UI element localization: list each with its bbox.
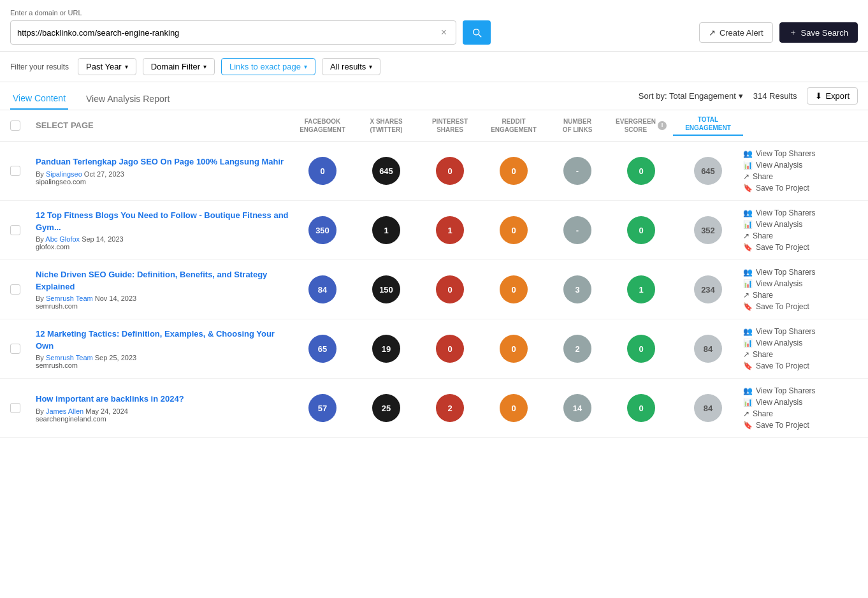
export-button[interactable]: ⬇ Export — [807, 87, 858, 105]
filter-label: Filter your results — [10, 62, 69, 71]
share-link[interactable]: ↗ Share — [743, 231, 858, 240]
metric-circle: 0 — [627, 394, 655, 422]
filter-past-year[interactable]: Past Year ▾ — [78, 58, 136, 75]
top-label: Enter a domain or URL — [10, 9, 858, 17]
tab-view-analysis-report[interactable]: View Analysis Report — [83, 89, 172, 109]
view-analysis-link[interactable]: 📊 View Analysis — [743, 339, 858, 347]
author-link[interactable]: Sipalingseo — [46, 170, 82, 178]
save-to-project-link[interactable]: 🔖 Save To Project — [743, 361, 858, 370]
filter-domain[interactable]: Domain Filter ▾ — [143, 58, 215, 75]
metric-circle: 19 — [372, 335, 400, 363]
facebook-col: 65 — [291, 335, 354, 363]
table-row: Niche Driven SEO Guide: Definition, Bene… — [0, 260, 868, 319]
share-label: Share — [753, 350, 773, 359]
select-all-checkbox[interactable] — [10, 120, 20, 131]
trending-icon: ↗ — [709, 28, 716, 38]
select-page-label: Select Page — [36, 120, 94, 131]
reddit-col: 0 — [482, 157, 546, 185]
row-actions: 👥 View Top Sharers 📊 View Analysis ↗ Sha… — [743, 149, 858, 193]
view-top-sharers-link[interactable]: 👥 View Top Sharers — [743, 268, 858, 277]
save-to-project-link[interactable]: 🔖 Save To Project — [743, 184, 858, 193]
facebook-col: 0 — [291, 157, 354, 185]
clear-button[interactable]: × — [438, 26, 449, 40]
bookmark-icon: 🔖 — [743, 361, 753, 370]
row-checkbox[interactable] — [10, 225, 20, 235]
view-top-sharers-link[interactable]: 👥 View Top Sharers — [743, 149, 858, 158]
metric-circle: 645 — [694, 157, 722, 185]
view-top-sharers-link[interactable]: 👥 View Top Sharers — [743, 386, 858, 395]
view-analysis-label: View Analysis — [756, 220, 802, 229]
article-title[interactable]: 12 Marketing Tactics: Definition, Exampl… — [36, 328, 291, 351]
view-analysis-link[interactable]: 📊 View Analysis — [743, 279, 858, 288]
pinterest-col: 1 — [418, 216, 482, 244]
view-top-sharers-label: View Top Sharers — [756, 327, 816, 336]
bookmark-icon: 🔖 — [743, 421, 753, 430]
plus-icon: ＋ — [789, 27, 797, 38]
filter-all-results[interactable]: All results ▾ — [322, 58, 380, 75]
metric-circle: 234 — [694, 275, 722, 303]
pinterest-col: 0 — [418, 275, 482, 303]
search-button[interactable] — [463, 20, 491, 45]
view-top-sharers-link[interactable]: 👥 View Top Sharers — [743, 208, 858, 217]
share-link[interactable]: ↗ Share — [743, 350, 858, 359]
share-icon: ↗ — [743, 291, 749, 300]
article-title[interactable]: How important are backlinks in 2024? — [36, 393, 291, 405]
search-input[interactable] — [17, 28, 438, 38]
metric-circle: 0 — [436, 335, 464, 363]
view-analysis-label: View Analysis — [756, 339, 802, 347]
evergreen-info-icon[interactable]: i — [658, 121, 667, 130]
view-top-sharers-link[interactable]: 👥 View Top Sharers — [743, 327, 858, 336]
chart-icon: 📊 — [743, 279, 753, 288]
filter-links-exact[interactable]: Links to exact page ▾ — [221, 58, 315, 75]
metric-circle: 0 — [500, 157, 528, 185]
row-checkbox-wrap — [10, 344, 36, 354]
total-col: 84 — [673, 394, 743, 422]
view-analysis-link[interactable]: 📊 View Analysis — [743, 161, 858, 170]
share-label: Share — [753, 172, 773, 181]
row-checkbox[interactable] — [10, 284, 20, 295]
create-alert-button[interactable]: ↗ Create Alert — [699, 22, 773, 43]
author-link[interactable]: Semrush Team — [46, 354, 93, 361]
share-link[interactable]: ↗ Share — [743, 409, 858, 418]
sort-label: Sort by: Total Engagement — [639, 91, 736, 101]
share-link[interactable]: ↗ Share — [743, 172, 858, 181]
links-col: 2 — [546, 335, 609, 363]
metric-circle: 1 — [436, 216, 464, 244]
save-to-project-link[interactable]: 🔖 Save To Project — [743, 421, 858, 430]
facebook-col: 84 — [291, 275, 354, 303]
row-checkbox[interactable] — [10, 403, 20, 413]
share-link[interactable]: ↗ Share — [743, 291, 858, 300]
col-header-twitter: X SHARES (TWITTER) — [354, 117, 418, 134]
row-actions: 👥 View Top Sharers 📊 View Analysis ↗ Sha… — [743, 386, 858, 430]
select-page-wrap: Select Page — [36, 120, 291, 131]
links-col: 3 — [546, 275, 609, 303]
row-checkbox-wrap — [10, 166, 36, 176]
view-analysis-label: View Analysis — [756, 398, 802, 407]
metric-circle: 0 — [627, 157, 655, 185]
article-domain: searchengineland.com — [36, 415, 291, 423]
sort-button[interactable]: Sort by: Total Engagement ▾ — [639, 91, 743, 101]
tab-view-content[interactable]: View Content — [10, 88, 68, 110]
metric-circle: 25 — [372, 394, 400, 422]
view-analysis-link[interactable]: 📊 View Analysis — [743, 398, 858, 407]
view-analysis-link[interactable]: 📊 View Analysis — [743, 220, 858, 229]
article-title[interactable]: Niche Driven SEO Guide: Definition, Bene… — [36, 269, 291, 292]
col-header-total: TOTAL ENGAGEMENT — [673, 115, 743, 136]
save-to-project-link[interactable]: 🔖 Save To Project — [743, 302, 858, 311]
article-title[interactable]: Panduan Terlengkap Jago SEO On Page 100%… — [36, 156, 291, 168]
author-link[interactable]: Abc Glofox — [45, 235, 80, 243]
metric-circle: 0 — [436, 275, 464, 303]
author-link[interactable]: Semrush Team — [46, 295, 93, 302]
save-search-button[interactable]: ＋ Save Search — [779, 22, 858, 43]
checkbox-header — [10, 120, 36, 131]
evergreen-col: 0 — [609, 394, 673, 422]
metric-circle: 0 — [308, 157, 336, 185]
save-to-project-link[interactable]: 🔖 Save To Project — [743, 243, 858, 252]
row-checkbox[interactable] — [10, 344, 20, 354]
metric-circle: 3 — [563, 275, 591, 303]
article-title[interactable]: 12 Top Fitness Blogs You Need to Follow … — [36, 210, 291, 233]
row-checkbox[interactable] — [10, 166, 20, 176]
metric-circle: 0 — [627, 335, 655, 363]
metric-circle: 2 — [563, 335, 591, 363]
author-link[interactable]: James Allen — [46, 407, 83, 415]
